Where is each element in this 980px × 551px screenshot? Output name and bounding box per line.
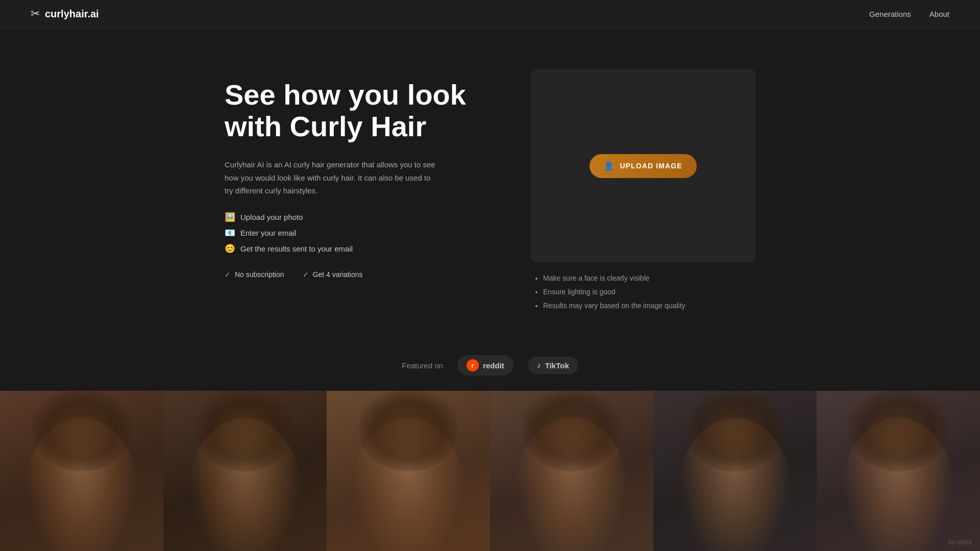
step-3-emoji: 😊 — [225, 243, 235, 254]
gallery-item-3 — [327, 391, 490, 551]
hero-section: See how you look with Curly Hair Curlyha… — [0, 28, 980, 345]
step-1-text: Upload your photo — [240, 213, 303, 221]
tiktok-label: TikTok — [545, 361, 569, 370]
tip-2: Ensure lighting is good — [543, 287, 753, 297]
hero-left: See how you look with Curly Hair Curlyha… — [225, 69, 490, 279]
badge-no-subscription: ✓ No subscription — [225, 270, 284, 279]
step-1-emoji: 🖼️ — [225, 212, 235, 222]
gallery — [0, 391, 980, 551]
logo-text: curlyhair.ai — [45, 8, 99, 20]
reddit-badge[interactable]: r reddit — [457, 355, 513, 375]
hero-description: Curlyhair AI is an AI curly hair generat… — [225, 158, 439, 197]
upload-area[interactable]: 👤 UPLOAD IMAGE — [531, 69, 755, 263]
step-2-emoji: 📧 — [225, 228, 235, 238]
upload-tips: Make sure a face is clearly visible Ensu… — [531, 273, 755, 311]
steps-list: 🖼️ Upload your photo 📧 Enter your email … — [225, 212, 490, 254]
featured-label: Featured on — [402, 361, 443, 370]
check-icon-2: ✓ — [303, 270, 309, 279]
step-3: 😊 Get the results sent to your email — [225, 243, 490, 254]
hero-title: See how you look with Curly Hair — [225, 79, 490, 142]
step-3-text: Get the results sent to your email — [240, 244, 353, 253]
tip-1: Make sure a face is clearly visible — [543, 273, 753, 284]
header: ✂ curlyhair.ai Generations About — [0, 0, 980, 28]
step-2-text: Enter your email — [240, 229, 296, 237]
main-nav: Generations About — [869, 10, 949, 18]
logo: ✂ curlyhair.ai — [31, 7, 99, 20]
badge-variations: ✓ Get 4 variations — [303, 270, 363, 279]
upload-button[interactable]: 👤 UPLOAD IMAGE — [590, 154, 696, 178]
tiktok-badge[interactable]: ♪ TikTok — [528, 357, 578, 374]
badge-no-subscription-label: No subscription — [235, 270, 284, 279]
tips-list: Make sure a face is clearly visible Ensu… — [533, 273, 753, 311]
nav-generations[interactable]: Generations — [869, 10, 911, 18]
watermark: by robiot — [948, 539, 972, 546]
gallery-item-1 — [0, 391, 163, 551]
upload-button-label: UPLOAD IMAGE — [620, 162, 682, 170]
hero-right: 👤 UPLOAD IMAGE Make sure a face is clear… — [531, 69, 755, 314]
nav-about[interactable]: About — [929, 10, 949, 18]
tip-3: Results may vary based on the image qual… — [543, 300, 753, 311]
featured-section: Featured on r reddit ♪ TikTok — [0, 345, 980, 391]
gallery-item-4 — [490, 391, 653, 551]
badges-row: ✓ No subscription ✓ Get 4 variations — [225, 270, 490, 279]
step-1: 🖼️ Upload your photo — [225, 212, 490, 222]
check-icon-1: ✓ — [225, 270, 231, 279]
gallery-item-5 — [653, 391, 817, 551]
gallery-item-2 — [163, 391, 327, 551]
step-2: 📧 Enter your email — [225, 228, 490, 238]
gallery-item-6 — [817, 391, 980, 551]
logo-icon: ✂ — [31, 7, 40, 20]
reddit-label: reddit — [483, 361, 504, 370]
reddit-icon: r — [467, 359, 479, 371]
person-icon: 👤 — [604, 161, 615, 171]
tiktok-icon: ♪ — [537, 361, 541, 370]
badge-variations-label: Get 4 variations — [313, 270, 363, 279]
